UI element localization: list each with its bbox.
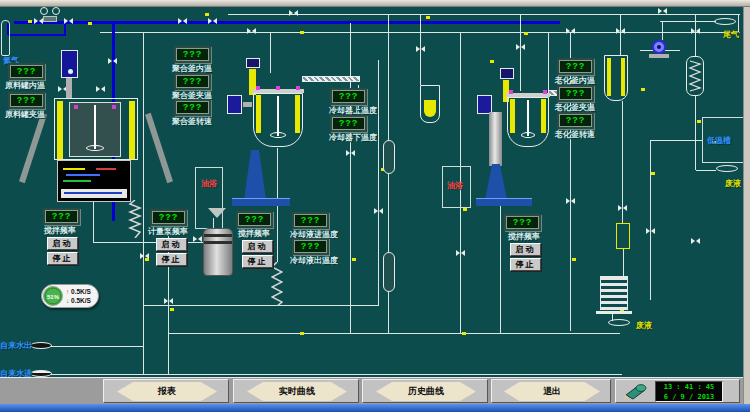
label-raw-tank-inner-temp: 原料罐内温: [5, 81, 45, 90]
stop-button-meter-pump[interactable]: 停止: [156, 253, 187, 266]
label-poly-kettle-inner-temp: 聚合釜内温: [172, 64, 212, 73]
display-aging-kettle-jacket-temp: ???: [559, 87, 592, 100]
label-aging-kettle-jacket-temp: 老化釜夹温: [555, 103, 595, 112]
start-button-stir-2[interactable]: 启动: [242, 240, 273, 253]
exit-button[interactable]: 退出: [504, 382, 600, 401]
tap-water-out-label: 自来水出: [0, 341, 32, 350]
flow-marker-icon: [426, 16, 430, 19]
raw-tank-support-icon: [145, 113, 173, 183]
display-aging-kettle-speed: ???: [559, 114, 592, 127]
label-raw-tank-jacket-temp: 原料罐夹温: [5, 110, 45, 119]
valve-icon: [691, 238, 700, 245]
label-coolant-in-temp: 冷却液进温度: [290, 230, 338, 239]
valve-icon: [208, 18, 217, 25]
filter-vessel: [616, 223, 630, 249]
label-poly-kettle-jacket-temp: 聚合釜夹温: [172, 91, 212, 100]
condenser-vessel: [686, 56, 704, 96]
pump-icon: [652, 40, 666, 54]
valve-icon: [516, 44, 525, 51]
cooler-column: [383, 140, 395, 174]
start-button-stir-3[interactable]: 启动: [510, 243, 541, 256]
flow-marker-icon: [572, 258, 576, 261]
pen-icon[interactable]: [620, 383, 648, 400]
valve-icon: [456, 250, 465, 257]
display-cooler-upper-temp: ???: [332, 90, 365, 103]
pipe-segment: [650, 140, 702, 141]
scale-display: [57, 160, 131, 202]
pipe-segment: [662, 22, 663, 40]
aging-column: [489, 112, 502, 166]
stop-button-stir-1[interactable]: 停止: [47, 252, 78, 265]
download-rate: ↓ 0.5K/S: [66, 297, 91, 305]
up-arrow-icon: ↑: [66, 288, 69, 295]
pipe-segment: [548, 33, 549, 90]
oil-bath-label: 油浴: [447, 181, 463, 190]
waste-liquid-label: 废液: [636, 321, 652, 330]
start-button-meter-pump[interactable]: 启动: [156, 238, 187, 251]
nitrogen-cylinder-icon: [1, 20, 10, 56]
display-stir-freq-2: ???: [238, 213, 271, 226]
display-coolant-out-temp: ???: [294, 240, 327, 253]
start-button-stir-1[interactable]: 启动: [47, 237, 78, 250]
metering-tank-vessel: [203, 228, 233, 276]
realtime-curve-button[interactable]: 实时曲线: [247, 382, 347, 401]
valve-icon: [289, 10, 298, 17]
system-usage-widget: 51% ↑ 0.5K/S ↓ 0.5K/S: [41, 284, 99, 308]
clock-display: 13 : 41 : 45 6 / 9 / 2013: [655, 381, 723, 402]
report-button[interactable]: 报表: [117, 382, 217, 401]
cooler-column: [383, 252, 395, 292]
pipe-segment: [143, 305, 379, 306]
label-aging-kettle-inner-temp: 老化釜内温: [555, 76, 595, 85]
nav-cell: 退出: [491, 379, 611, 403]
aging-motor-cap: [500, 68, 514, 79]
tap-water-in-arrow-icon: [30, 370, 52, 377]
scada-canvas: 氮气 ??? 原料罐内温 ??? 原料罐夹温 ??? 聚合釜内温 ??? 聚合釜…: [0, 0, 750, 412]
pipe-segment: [620, 15, 621, 55]
flow-marker-icon: [88, 22, 92, 25]
pipe-segment: [520, 15, 521, 91]
stop-button-stir-3[interactable]: 停止: [510, 258, 541, 271]
poly-kettle-vessel: [252, 89, 304, 148]
flow-marker-icon: [641, 88, 645, 91]
pipe-segment: [660, 21, 716, 22]
valve-icon: [193, 236, 202, 243]
aging-stand-base: [476, 198, 532, 206]
flow-marker-icon: [300, 332, 304, 335]
valve-icon: [96, 86, 105, 93]
valve-icon: [566, 198, 575, 205]
display-cooler-lower-temp: ???: [332, 117, 365, 130]
stop-button-stir-2[interactable]: 停止: [242, 255, 273, 268]
history-curve-button[interactable]: 历史曲线: [376, 382, 476, 401]
valve-icon: [346, 150, 355, 157]
regulator-icon: [43, 16, 57, 22]
feed-funnel-icon: [208, 208, 226, 218]
flow-marker-icon: [28, 20, 32, 23]
usage-percent-badge: 51%: [43, 286, 63, 306]
pipe-segment: [168, 333, 620, 334]
flow-marker-icon: [462, 332, 466, 335]
condenser-tube-icon: [302, 76, 360, 82]
window-title-strip: [0, 0, 750, 7]
pipe-segment: [38, 374, 622, 375]
label-stir-freq-2: 搅拌频率: [238, 229, 270, 238]
aging-storage-tank: [604, 55, 628, 101]
flow-marker-icon: [524, 32, 528, 35]
flow-marker-icon: [145, 258, 149, 261]
valve-icon: [416, 46, 425, 53]
pipe-segment: [270, 33, 271, 73]
label-aging-kettle-speed: 老化釜转速: [555, 130, 595, 139]
tap-water-out-arrow-icon: [30, 342, 52, 349]
tail-gas-label: 尾气: [723, 30, 739, 39]
flow-marker-icon: [651, 172, 655, 175]
pipe-segment: [388, 174, 389, 252]
pipe-segment: [14, 21, 560, 24]
label-meter-pump-freq: 计量泵频率: [148, 227, 188, 236]
pipe-segment: [143, 33, 144, 375]
display-raw-tank-inner-temp: ???: [10, 65, 43, 78]
clock-date: 6 / 9 / 2013: [656, 392, 722, 402]
valve-icon: [618, 205, 627, 212]
pipe-segment: [8, 34, 66, 36]
tail-gas-arrow-icon: [714, 18, 736, 25]
pipe-segment: [650, 140, 651, 300]
valve-icon: [566, 28, 575, 35]
